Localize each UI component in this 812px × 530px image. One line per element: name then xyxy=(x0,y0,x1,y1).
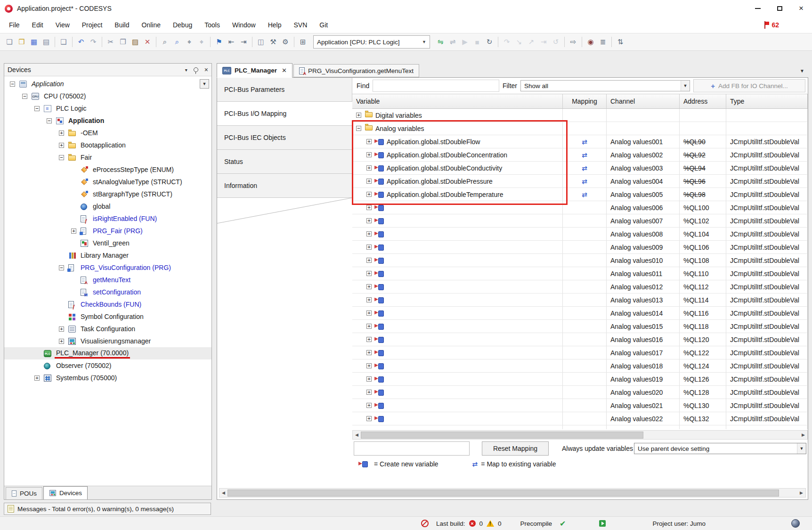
table-row[interactable]: +Analog values009%QL106JCmpUtilItf.stDou… xyxy=(352,241,808,254)
scroll-right-icon[interactable]: ▶ xyxy=(799,432,807,437)
tree-item-global[interactable]: global xyxy=(4,200,211,212)
table-row[interactable]: +Analog values018%QL124JCmpUtilItf.stDou… xyxy=(352,359,808,373)
collapse-icon[interactable]: − xyxy=(59,265,64,270)
device-editor-tab-pci-bus-parameters[interactable]: PCI-Bus Parameters xyxy=(217,78,352,102)
tree-item-systembus-705000[interactable]: +Systembus (705000) xyxy=(4,372,211,384)
reset-mapping-button[interactable]: Reset Mapping xyxy=(482,441,549,456)
tree-item-symbol-configuration[interactable]: Symbol Configuration xyxy=(4,310,211,323)
step-out-icon[interactable]: ↗ xyxy=(526,36,537,48)
stop-icon[interactable]: ■ xyxy=(471,36,483,48)
find-replace-icon[interactable]: ⌕ xyxy=(171,36,183,48)
expand-icon[interactable]: + xyxy=(366,350,372,355)
expand-icon[interactable]: + xyxy=(366,376,372,382)
table-row[interactable]: +Analog values010%QL108JCmpUtilItf.stDou… xyxy=(352,254,808,267)
tree-item-checkbounds-fun[interactable]: CheckBounds (FUN) xyxy=(4,298,211,310)
column-header-mapping[interactable]: Mapping xyxy=(563,94,607,108)
device-combo-button[interactable]: ▼ xyxy=(200,79,209,89)
scroll-right-icon[interactable]: ▶ xyxy=(797,490,805,495)
column-header-variable[interactable]: Variable xyxy=(352,94,563,108)
expand-icon[interactable]: + xyxy=(366,310,372,316)
expand-icon[interactable]: + xyxy=(366,324,372,329)
editor-tab-plc-manager[interactable]: PLC_Manager✕ xyxy=(217,63,292,78)
table-row[interactable]: +Application.global.stDoubleConductivity… xyxy=(352,162,808,175)
tree-item-observer-705002[interactable]: Observer (705002) xyxy=(4,359,211,372)
next-statement-icon[interactable]: ⇨ xyxy=(568,36,579,48)
device-editor-tab-status[interactable]: Status xyxy=(217,150,352,174)
scroll-left-icon[interactable]: ◀ xyxy=(219,490,227,495)
menu-edit[interactable]: Edit xyxy=(26,17,49,33)
step-into-icon[interactable]: ↘ xyxy=(513,36,525,48)
menu-git[interactable]: Git xyxy=(313,17,334,33)
menu-svn[interactable]: SVN xyxy=(288,17,314,33)
expand-icon[interactable]: + xyxy=(366,363,372,368)
find-in-project-icon[interactable]: ❑ xyxy=(58,36,69,48)
collapse-icon[interactable]: − xyxy=(59,155,64,160)
table-row[interactable]: +Analog values008%QL104JCmpUtilItf.stDou… xyxy=(352,228,808,241)
tree-item-plc-manager-70-0000[interactable]: PLC_Manager (70.0000) xyxy=(4,347,211,359)
tree-item-library-manager[interactable]: Library Manager xyxy=(4,249,211,261)
maximize-button[interactable] xyxy=(769,0,790,17)
expand-icon[interactable]: + xyxy=(366,403,372,408)
generate-code-icon[interactable]: ⚙ xyxy=(280,36,291,48)
tree-item-stanalogvaluetype-struct[interactable]: stAnalogValueType (STRUCT) xyxy=(4,176,211,188)
scroll-left-icon[interactable]: ◀ xyxy=(353,432,361,437)
expand-icon[interactable]: + xyxy=(59,143,64,148)
reset-icon[interactable]: ↺ xyxy=(550,36,561,48)
expand-icon[interactable]: + xyxy=(71,228,76,234)
device-editor-tab-pci-bus-i-o-mapping[interactable]: PCI-Bus I/O Mapping xyxy=(217,102,352,126)
expand-icon[interactable]: + xyxy=(59,339,64,344)
menu-view[interactable]: View xyxy=(49,17,76,33)
active-application-selector[interactable]: Application [CPU: PLC Logic] ▼ xyxy=(313,35,430,49)
expand-icon[interactable]: + xyxy=(366,165,372,171)
expand-icon[interactable]: + xyxy=(366,390,372,395)
minimize-button[interactable] xyxy=(747,0,769,17)
refresh-icon[interactable]: ⇅ xyxy=(615,36,626,48)
close-button[interactable]: × xyxy=(790,0,812,17)
table-row[interactable]: +Application.global.stDoubleTemperature⇄… xyxy=(352,188,808,201)
expand-icon[interactable]: + xyxy=(34,375,40,381)
menu-window[interactable]: Window xyxy=(226,17,262,33)
expand-icon[interactable]: + xyxy=(366,192,372,197)
error-flag[interactable]: 62 xyxy=(763,21,779,29)
expand-icon[interactable]: + xyxy=(59,326,64,332)
tab-list-chevron-icon[interactable]: ▼ xyxy=(800,68,808,73)
expand-icon[interactable]: + xyxy=(356,113,361,118)
menu-help[interactable]: Help xyxy=(262,17,288,33)
table-row[interactable]: +Application.global.stDoubleConcentratio… xyxy=(352,148,808,162)
tree-item-prg-fair-prg[interactable]: +PRG_Fair (PRG) xyxy=(4,225,211,237)
tree-item-visualisierungsmanager[interactable]: +Visualisierungsmanager xyxy=(4,335,211,347)
column-header-channel[interactable]: Channel xyxy=(607,94,680,108)
step-over-icon[interactable]: ↷ xyxy=(501,36,512,48)
logout-icon[interactable]: ⇌ xyxy=(447,36,458,48)
tree-item-fair[interactable]: −Fair xyxy=(4,151,211,163)
expand-icon[interactable]: + xyxy=(366,245,372,250)
find-icon[interactable]: ⌕ xyxy=(159,36,171,48)
pin-icon[interactable] xyxy=(194,67,198,72)
menu-debug[interactable]: Debug xyxy=(167,17,198,33)
expand-icon[interactable]: + xyxy=(366,218,372,223)
expand-icon[interactable]: + xyxy=(366,271,372,276)
expand-icon[interactable]: + xyxy=(366,258,372,263)
online-change-icon[interactable]: ↻ xyxy=(484,36,495,48)
table-row[interactable]: +Analog values011%QL110JCmpUtilItf.stDou… xyxy=(352,267,808,280)
tree-item-getmenutext[interactable]: getMenuText xyxy=(4,274,211,286)
tree-item-bootapplication[interactable]: +Bootapplication xyxy=(4,139,211,151)
collapse-icon[interactable]: − xyxy=(34,106,40,111)
expand-icon[interactable]: + xyxy=(366,231,372,236)
collapse-icon[interactable]: − xyxy=(22,94,27,99)
table-row[interactable]: + xyxy=(352,425,808,429)
expand-icon[interactable]: + xyxy=(366,152,372,157)
close-tab-icon[interactable]: ✕ xyxy=(282,67,287,74)
tree-item-setconfiguration[interactable]: setConfiguration xyxy=(4,286,211,298)
expand-icon[interactable]: + xyxy=(59,130,64,136)
batch-commands-icon[interactable]: ⊞ xyxy=(297,36,309,48)
menu-build[interactable]: Build xyxy=(108,17,135,33)
tree-item-prg-visuconfiguration-prg[interactable]: −PRG_VisuConfiguration (PRG) xyxy=(4,261,211,274)
menu-tools[interactable]: Tools xyxy=(198,17,226,33)
expand-icon[interactable]: + xyxy=(366,205,372,210)
table-row[interactable]: +Application.global.stDoubleFlow⇄Analog … xyxy=(352,135,808,148)
copy-icon[interactable]: ❐ xyxy=(117,36,129,48)
find-input[interactable] xyxy=(373,80,499,92)
delete-icon[interactable]: ✕ xyxy=(142,36,153,48)
undo-icon[interactable]: ↶ xyxy=(75,36,87,48)
